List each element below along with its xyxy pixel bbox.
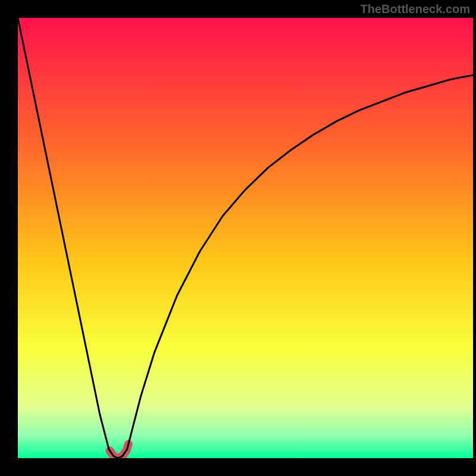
watermark-text: TheBottleneck.com <box>361 2 470 16</box>
plot-area <box>18 18 473 458</box>
curve-layer <box>18 18 473 458</box>
bottleneck-curve <box>18 18 473 458</box>
